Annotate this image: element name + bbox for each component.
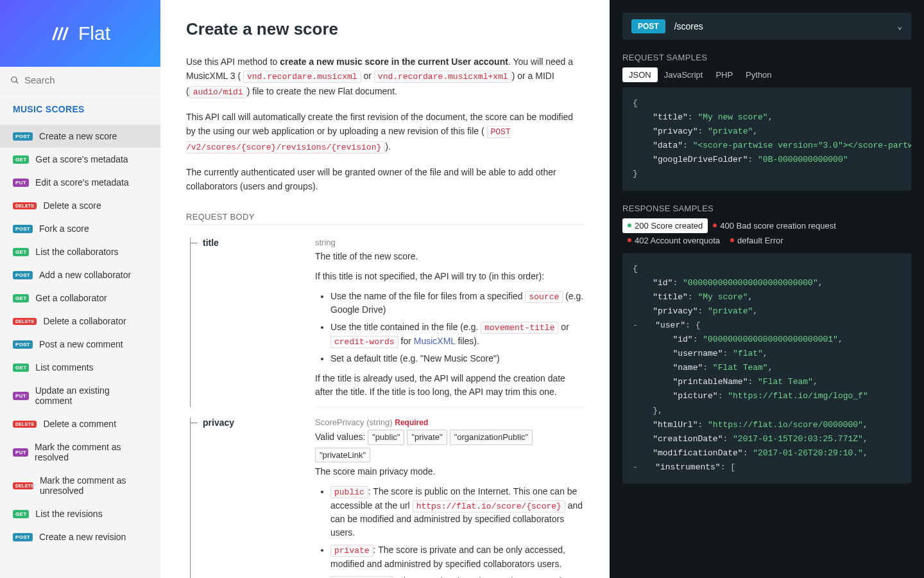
param-title: title string The title of the new score.… [186,238,584,408]
status-dot [628,223,631,227]
nav-item-label: List comments [35,362,93,372]
nav-item[interactable]: GETGet a collaborator [0,286,160,310]
required-badge: Required [395,418,428,427]
method-badge: POST [13,225,33,233]
response-json: { "id": "0000000000000000000000000", "ti… [622,253,911,484]
nav-item[interactable]: GETGet a score's metadata [0,148,160,171]
nav-section-music-scores[interactable]: MUSIC SCORES [0,94,160,125]
nav-item[interactable]: PUTEdit a score's metadata [0,171,160,194]
endpoint-path: /scores [674,21,898,31]
param-name: title [203,238,315,408]
nav-item-label: Create a new revision [39,532,126,542]
request-tab[interactable]: PHP [709,67,739,82]
nav-item[interactable]: PUTUpdate an existing comment [0,379,160,412]
method-badge: PUT [13,392,29,400]
nav-item[interactable]: POSTCreate a new score [0,125,160,148]
method-badge: DELETE [13,202,37,209]
nav-item-label: Delete a comment [43,419,116,429]
nav-item-label: Update an existing comment [35,385,148,406]
method-badge: DELETE [13,482,33,489]
nav-item[interactable]: DELETEDelete a comment [0,412,160,435]
method-badge: DELETE [13,318,37,325]
nav-item[interactable]: DELETEMark the comment as unresolved [0,469,160,502]
method-badge: GET [13,294,29,302]
request-tabs: JSONJavaScriptPHPPython [622,67,911,82]
nav-item[interactable]: GETList comments [0,356,160,379]
response-tabs: 200 Score created400 Bad score creation … [622,218,911,248]
musicxml-link[interactable]: MusicXML [414,336,456,346]
method-badge: PUT [13,448,28,457]
request-json: { "title": "My new score", "privacy": "p… [622,87,911,191]
response-tab[interactable]: 200 Score created [622,218,708,233]
response-tab[interactable]: default Error [725,233,789,248]
nav-item-label: List the revisions [35,509,102,519]
method-badge: POST [631,19,665,33]
intro-paragraph-1: Use this API method to create a new musi… [186,55,584,100]
search-box[interactable] [0,67,160,94]
nav-item[interactable]: DELETEDelete a score [0,194,160,217]
nav-item-label: Get a collaborator [35,293,107,303]
nav-item-label: Fork a score [39,223,89,234]
brand-name: Flat [78,22,110,44]
nav-item[interactable]: GETList the collaborators [0,240,160,263]
method-badge: DELETE [13,421,37,428]
sidebar: Flat MUSIC SCORES POSTCreate a new score… [0,0,160,578]
chevron-down-icon: ⌄ [897,21,902,31]
mime-musicxml: vnd.recordare.musicxml [243,71,361,83]
nav-item[interactable]: POSTFork a score [0,217,160,240]
valid-value-tag: "organizationPublic" [450,430,533,445]
intro-paragraph-3: The currently authenticated user will be… [186,165,584,194]
nav-item[interactable]: POSTAdd a new collaborator [0,263,160,286]
nav-item[interactable]: DELETEDelete a collaborator [0,310,160,333]
brand-header: Flat [0,0,160,67]
method-badge: POST [13,533,33,541]
intro-paragraph-2: This API call will automatically create … [186,110,584,155]
search-input[interactable] [24,74,150,85]
response-samples-label: RESPONSE SAMPLES [622,204,911,213]
request-samples-label: REQUEST SAMPLES [622,53,911,62]
method-badge: GET [13,248,29,256]
nav-item-label: Get a score's metadata [35,154,128,164]
nav-item-label: Create a new score [39,131,117,141]
request-tab[interactable]: JavaScript [658,67,710,82]
param-name: privacy [203,417,315,578]
nav-item-label: Add a new collaborator [39,270,131,280]
nav-item-label: Mark the comment as resolved [35,442,148,462]
page-title: Create a new score [186,19,584,39]
flat-logo-icon [50,23,71,44]
nav-item[interactable]: POSTPost a new comment [0,333,160,356]
response-tab[interactable]: 402 Account overquota [622,233,725,248]
nav-item-label: Mark the comment as unresolved [40,475,148,496]
nav-item[interactable]: PUTMark the comment as resolved [0,435,160,469]
status-dot [713,223,717,227]
status-dot [730,238,734,242]
valid-value-tag: "public" [368,430,404,445]
nav-item[interactable]: GETList the revisions [0,502,160,525]
method-badge: GET [13,363,29,372]
nav-item-label: Delete a score [43,200,101,211]
valid-value-tag: "privateLink" [315,448,370,463]
code-panel: POST /scores ⌄ REQUEST SAMPLES JSONJavaS… [610,0,924,578]
nav-item[interactable]: POSTCreate a new revision [0,525,160,548]
nav-item-label: Edit a score's metadata [35,177,129,188]
response-tab[interactable]: 400 Bad score creation request [708,218,841,233]
request-tab[interactable]: Python [739,67,778,82]
param-privacy: privacy ScorePrivacy (string) Required V… [186,417,584,578]
request-body-label: REQUEST BODY [186,212,584,225]
nav-item-label: Post a new comment [39,339,123,349]
request-tab[interactable]: JSON [622,67,658,82]
mime-midi: audio/midi [189,86,247,98]
valid-value-tag: "private" [407,430,447,445]
method-badge: POST [13,132,33,141]
mime-musicxml-xml: vnd.recordare.musicxml+xml [374,71,512,83]
nav-item-label: Delete a collaborator [43,316,126,326]
search-icon [10,76,19,85]
endpoint-selector[interactable]: POST /scores ⌄ [622,13,911,40]
param-type: string [315,238,584,247]
status-dot [628,238,631,242]
main-content: Create a new score Use this API method t… [160,0,610,578]
nav-item-label: List the collaborators [35,247,118,257]
method-badge: GET [13,155,29,164]
method-badge: POST [13,340,33,349]
method-badge: GET [13,510,29,518]
